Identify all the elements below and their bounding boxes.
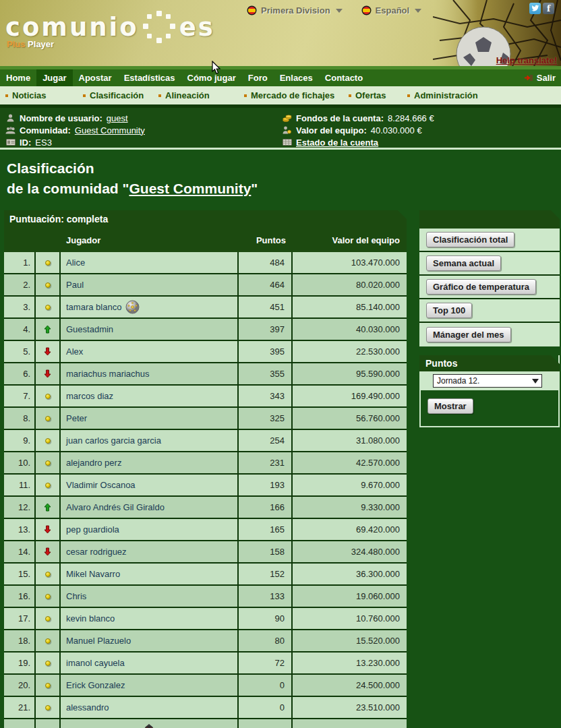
- red-down-arrow-icon: [44, 547, 51, 556]
- rank-cell: 11.: [4, 475, 36, 495]
- value-cell: 36.300.000: [293, 564, 407, 584]
- trend-cell: [36, 297, 61, 317]
- page-title-line1: Clasificación: [7, 158, 561, 179]
- facebook-glyph: f: [547, 4, 550, 13]
- top-100-button[interactable]: Top 100: [426, 303, 472, 318]
- column-header-value: Valor del equipo: [293, 235, 407, 245]
- points-cell: 193: [239, 475, 293, 495]
- player-name-cell: alessandro: [61, 697, 239, 718]
- value-cell: 40.030.000: [293, 319, 407, 340]
- username-link[interactable]: guest: [107, 113, 128, 123]
- nav-item-contacto[interactable]: Contacto: [319, 69, 369, 86]
- subnav-item-ofertas[interactable]: Ofertas: [349, 86, 386, 104]
- player-name: cesar rodriguez: [66, 547, 127, 557]
- table-row: 2.Paul46480.020.000: [4, 274, 407, 297]
- table-row: 6.mariachus mariachus35595.590.000: [4, 363, 407, 386]
- nav-item-apostar[interactable]: Apostar: [73, 69, 118, 86]
- avatar-icon: [142, 723, 156, 728]
- points-cell: 158: [239, 541, 293, 562]
- table-row: 4.Guestadmin39740.030.000: [4, 319, 407, 341]
- trend-cell: [36, 675, 61, 696]
- value-cell: 56.760.000: [293, 408, 407, 429]
- table-row: 18.Manuel Plazuelo8015.520.000: [4, 630, 407, 653]
- trend-cell: [36, 497, 61, 518]
- community-title-link[interactable]: Guest Community: [129, 181, 251, 196]
- player-name-cell: tamara blanco: [61, 297, 239, 317]
- table-row: 12.Alvaro Andrés Gil Giraldo1669.330.000: [4, 497, 407, 519]
- value-cell: 95.590.000: [293, 363, 407, 384]
- id-value: ES3: [35, 138, 52, 148]
- player-name-cell: Alice: [61, 252, 239, 273]
- subnav-item-noticias[interactable]: Noticias: [5, 86, 47, 104]
- table-section-title: Puntuación: completa: [4, 210, 407, 229]
- green-up-arrow-icon: [44, 325, 51, 334]
- community-label: Comunidad:: [20, 125, 71, 135]
- semana-actual-button[interactable]: Semana actual: [426, 255, 501, 271]
- value-cell: 15.520.000: [293, 630, 407, 651]
- yellow-dot-icon: [45, 483, 51, 488]
- logout-button[interactable]: Salir: [524, 69, 556, 86]
- nav-item-foro[interactable]: Foro: [242, 69, 274, 86]
- subnav-item-clasificacion[interactable]: Clasificación: [83, 86, 144, 104]
- player-name-cell: kevin blanco: [61, 608, 239, 629]
- subnav-item-administracion[interactable]: Administración: [407, 86, 478, 104]
- points-cell: 254: [239, 430, 293, 451]
- plus-player-label: Plus Player: [7, 39, 54, 49]
- table-row: 17.kevin blanco9010.760.000: [4, 608, 407, 630]
- player-name-cell: imanol cayuela: [61, 653, 239, 673]
- account-status-link[interactable]: Estado de la cuenta: [296, 138, 378, 148]
- subnav-item-mercado-de-fichajes[interactable]: Mercado de fichajes: [244, 86, 334, 104]
- table-header-row: Jugador Puntos Valor del equipo: [4, 229, 407, 252]
- nav-item-home[interactable]: Home: [0, 69, 36, 86]
- points-cell: 325: [239, 408, 293, 429]
- trend-cell: [36, 408, 61, 429]
- table-row: 11.Vladimir Oscanoa1939.670.000: [4, 475, 407, 497]
- rank-cell: 4.: [4, 319, 36, 340]
- jornada-select[interactable]: Jornada 12.: [433, 374, 542, 388]
- logo-dots-icon: [142, 9, 177, 44]
- ranking-table: Puntuación: completa Jugador Puntos Valo…: [4, 210, 407, 728]
- yellow-dot-icon: [45, 460, 51, 466]
- trend-cell: [36, 519, 61, 540]
- nav-item-estadisticas[interactable]: Estadísticas: [118, 69, 181, 86]
- grafico-de-temperatura-button[interactable]: Gráfico de temperatura: [426, 279, 536, 295]
- community-link[interactable]: Guest Community: [75, 125, 145, 135]
- manager-del-mes-button[interactable]: Mánager del mes: [426, 327, 511, 342]
- mostrar-button[interactable]: Mostrar: [427, 398, 473, 414]
- help-translate-link[interactable]: Help translate!: [496, 55, 557, 65]
- points-cell: 231: [239, 452, 293, 473]
- user-icon: [5, 114, 16, 122]
- yellow-dot-icon: [45, 705, 51, 710]
- medal-icon: [125, 300, 140, 314]
- puntos-box: Puntos Jornada 12. Mostrar: [419, 355, 560, 427]
- plus-label: Plus: [7, 39, 25, 49]
- nav-item-jugar[interactable]: Jugar: [36, 69, 72, 86]
- player-name: juan carlos garcia garcia: [66, 435, 161, 446]
- player-name-cell: Alvaro Andrés Gil Giraldo: [61, 497, 239, 518]
- trend-cell: [36, 586, 61, 607]
- language-selector[interactable]: Español: [361, 5, 422, 16]
- trend-cell: [36, 564, 61, 584]
- subnav-item-alineacion[interactable]: Alineación: [158, 86, 210, 104]
- funds-icon: [282, 115, 292, 122]
- points-cell: 72: [239, 653, 293, 673]
- player-name-cell: pep guardiola: [61, 519, 239, 540]
- yellow-dot-icon: [45, 572, 51, 577]
- table-row: 7.marcos diaz343169.490.000: [4, 386, 407, 408]
- points-cell: 0: [239, 697, 293, 718]
- nav-item-enlaces[interactable]: Enlaces: [274, 69, 319, 86]
- nav-item-como-jugar[interactable]: Cómo jugar: [181, 69, 242, 86]
- league-selector[interactable]: Primera Division: [247, 5, 343, 16]
- rank-cell: 10.: [4, 452, 36, 473]
- player-name-cell: marcos diaz: [61, 386, 239, 406]
- player-name-cell: Vladimir Oscanoa: [61, 475, 239, 495]
- language-selector-label: Español: [376, 5, 410, 16]
- page-title-line2: de la comunidad "Guest Community": [7, 179, 561, 199]
- rank-cell: 2.: [4, 274, 36, 295]
- trend-cell: [36, 386, 61, 406]
- twitter-icon[interactable]: [529, 3, 541, 14]
- id-label: ID:: [20, 138, 31, 148]
- facebook-icon[interactable]: f: [543, 3, 554, 14]
- clasificacion-total-button[interactable]: Clasificación total: [426, 232, 514, 247]
- yellow-dot-icon: [45, 305, 51, 310]
